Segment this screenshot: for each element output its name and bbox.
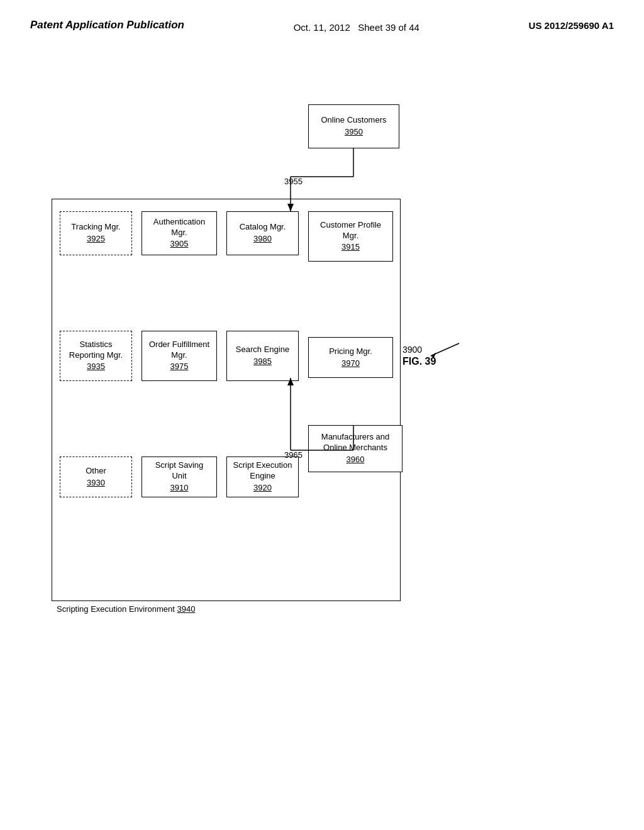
publication-meta: Oct. 11, 2012 Sheet 39 of 44 (294, 18, 419, 35)
customer-profile-mgr-box: Customer Profile Mgr. 3915 (308, 211, 393, 262)
tracking-mgr-box: Tracking Mgr. 3925 (60, 211, 132, 255)
label-3955: 3955 (284, 177, 303, 186)
publication-title: Patent Application Publication (30, 18, 184, 33)
scripting-env-label: Scripting Execution Environment 3940 (57, 604, 195, 614)
diagram-area: Scripting Execution Environment 3940 Tra… (0, 54, 644, 809)
label-3965: 3965 (284, 450, 303, 460)
scripting-env-id: 3940 (177, 604, 195, 614)
pricing-mgr-box: Pricing Mgr. 3970 (308, 337, 393, 378)
other-box: Other 3930 (60, 456, 132, 497)
authentication-mgr-box: Authentication Mgr. 3905 (142, 211, 217, 255)
order-fulfillment-box: Order Fulfillment Mgr. 3975 (142, 331, 217, 381)
search-engine-box: Search Engine 3985 (226, 331, 299, 381)
catalog-mgr-box: Catalog Mgr. 3980 (226, 211, 299, 255)
page-header: Patent Application Publication Oct. 11, … (0, 0, 644, 35)
script-saving-unit-box: Script Saving Unit 3910 (142, 456, 217, 497)
script-execution-engine-box: Script Execution Engine 3920 (226, 456, 299, 497)
statistics-reporting-box: Statistics Reporting Mgr. 3935 (60, 331, 132, 381)
manufacturers-box: Manufacturers and Online Merchants 3960 (308, 425, 402, 472)
system-id-label: 3900 (402, 340, 462, 359)
online-customers-box: Online Customers 3950 (308, 104, 399, 148)
patent-number: US 2012/259690 A1 (529, 18, 614, 31)
